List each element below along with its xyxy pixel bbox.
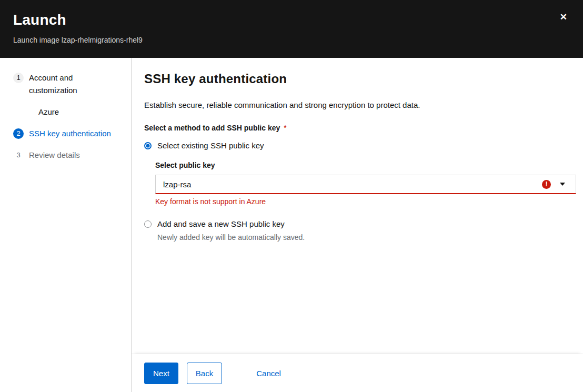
field-error-message: Key format is not support in Azure — [155, 197, 576, 206]
launch-wizard-modal: Launch Launch image lzap-rhelmigrations-… — [0, 0, 583, 392]
radio-helper-text: Newly added key will be automatically sa… — [157, 233, 576, 242]
radio-label: Select existing SSH public key — [157, 141, 264, 150]
wizard-header: Launch Launch image lzap-rhelmigrations-… — [0, 0, 583, 58]
wizard-content-column: SSH key authentication Establish secure,… — [132, 58, 583, 392]
step-content: SSH key authentication Establish secure,… — [132, 58, 583, 354]
nav-step-review-details[interactable]: 3 Review details — [13, 149, 122, 162]
cancel-button[interactable]: Cancel — [256, 363, 281, 384]
wizard-step-nav: 1 Account and customization Azure 2 SSH … — [0, 58, 132, 392]
step-number-badge: 3 — [13, 150, 24, 160]
step-number-badge: 1 — [13, 73, 24, 83]
radio-label: Add and save a new SSH public key — [157, 219, 285, 228]
close-icon[interactable]: ✕ — [558, 11, 569, 24]
wizard-title: Launch — [13, 11, 570, 29]
required-indicator: * — [284, 124, 286, 132]
exclamation-circle-icon: ! — [542, 180, 551, 189]
selected-public-key-value: lzap-rsa — [163, 180, 542, 189]
nav-step-ssh-key-authentication[interactable]: 2 SSH key authentication — [13, 127, 122, 140]
nav-step-account-and-customization[interactable]: 1 Account and customization — [13, 72, 122, 97]
page-title: SSH key authentication — [144, 72, 576, 86]
caret-down-icon — [560, 183, 565, 186]
wizard-body: 1 Account and customization Azure 2 SSH … — [0, 58, 583, 392]
radio-select-existing-ssh-key[interactable]: Select existing SSH public key — [144, 141, 576, 150]
radio-add-new-ssh-key[interactable]: Add and save a new SSH public key — [144, 219, 576, 228]
select-public-key-label: Select public key — [155, 161, 576, 169]
back-button[interactable]: Back — [187, 363, 222, 384]
page-description: Establish secure, reliable communication… — [144, 100, 576, 109]
next-button[interactable]: Next — [144, 363, 178, 384]
method-select-label: Select a method to add SSH public key* — [144, 124, 576, 132]
wizard-footer: Next Back Cancel — [132, 354, 583, 392]
nav-substep-azure[interactable]: Azure — [38, 106, 122, 118]
wizard-subtitle: Launch image lzap-rhelmigrations-rhel9 — [13, 36, 570, 44]
step-number-badge: 2 — [13, 128, 24, 139]
step-label: Review details — [29, 149, 80, 162]
radio-button-icon[interactable] — [144, 142, 152, 149]
public-key-select[interactable]: lzap-rsa ! — [155, 175, 576, 194]
step-label: Account and customization — [29, 72, 122, 97]
public-key-form-group: Select public key lzap-rsa ! Key format … — [155, 161, 576, 206]
step-label: SSH key authentication — [29, 127, 111, 140]
radio-button-icon[interactable] — [144, 220, 152, 228]
